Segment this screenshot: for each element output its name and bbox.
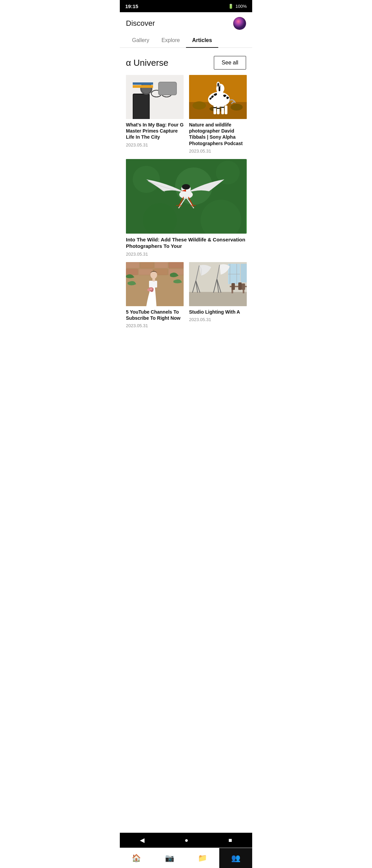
svg-point-15 [192, 101, 206, 110]
tab-explore[interactable]: Explore [155, 33, 186, 47]
svg-rect-27 [225, 105, 227, 114]
page-title: Discover [126, 19, 155, 28]
avatar[interactable] [233, 17, 246, 30]
article-card-bag[interactable]: What's In My Bag: Four G Master Primes C… [126, 75, 184, 154]
svg-rect-79 [242, 283, 245, 290]
battery-icon: 🔋 [228, 4, 234, 9]
section-header: α Universe See all [126, 48, 246, 75]
svg-rect-44 [140, 262, 154, 268]
article-card-zebra[interactable]: Nature and wildlife photographer David T… [189, 75, 247, 154]
svg-rect-26 [221, 105, 224, 114]
article-date-zebra: 2023.05.31 [189, 149, 247, 154]
svg-point-0 [233, 17, 246, 30]
svg-rect-46 [169, 262, 184, 268]
svg-rect-29 [217, 108, 220, 109]
tab-articles[interactable]: Articles [186, 33, 218, 47]
main-content: α Universe See all [120, 48, 252, 369]
battery-text: 100% [236, 4, 247, 9]
svg-rect-30 [221, 107, 224, 108]
svg-point-57 [150, 288, 152, 290]
svg-rect-25 [217, 105, 220, 114]
svg-rect-28 [213, 107, 216, 108]
article-date-studio: 2023.05.31 [189, 317, 247, 322]
svg-rect-65 [189, 292, 247, 306]
article-title-zebra: Nature and wildlife photographer David T… [189, 122, 247, 146]
article-card-bird[interactable]: Into The Wild: Add These Wildlife & Cons… [126, 159, 247, 257]
svg-point-23 [217, 83, 219, 87]
svg-rect-51 [149, 281, 157, 288]
svg-rect-8 [159, 82, 176, 95]
see-all-button[interactable]: See all [214, 56, 246, 70]
svg-rect-43 [126, 262, 140, 268]
tab-bar: Gallery Explore Articles [120, 33, 252, 48]
svg-rect-24 [213, 105, 216, 114]
svg-rect-3 [133, 95, 149, 119]
articles-grid: What's In My Bag: Four G Master Primes C… [126, 75, 246, 328]
article-image-studio [189, 262, 247, 306]
article-date-bag: 2023.05.31 [126, 142, 184, 147]
article-image-bride [126, 262, 184, 306]
article-title-studio: Studio Lighting With A [189, 309, 247, 315]
svg-rect-63 [237, 264, 237, 284]
svg-point-39 [182, 184, 190, 190]
svg-rect-45 [154, 262, 168, 268]
article-image-zebra [189, 75, 247, 119]
tab-gallery[interactable]: Gallery [126, 33, 155, 47]
svg-point-53 [150, 271, 157, 279]
status-bar: 19:15 🔋 100% [120, 0, 252, 12]
article-title-bag: What's In My Bag: Four G Master Primes C… [126, 122, 184, 140]
svg-rect-77 [231, 283, 235, 290]
article-title-bird: Into The Wild: Add These Wildlife & Cons… [126, 236, 247, 250]
section-title: α Universe [126, 58, 168, 68]
status-right: 🔋 100% [228, 4, 247, 9]
svg-rect-12 [133, 82, 153, 85]
svg-rect-11 [133, 85, 153, 88]
app-header: Discover [120, 12, 252, 33]
article-date-bride: 2023.05.31 [126, 323, 184, 328]
article-date-bird: 2023.05.31 [126, 252, 247, 257]
article-image-bird [126, 159, 247, 234]
svg-point-16 [230, 104, 243, 111]
svg-rect-78 [238, 282, 242, 290]
article-image-bag [126, 75, 184, 119]
article-card-bride[interactable]: 5 YouTube Channels To Subscribe To Right… [126, 262, 184, 328]
svg-rect-64 [241, 264, 247, 282]
svg-rect-47 [126, 269, 138, 275]
article-card-studio[interactable]: Studio Lighting With A 2023.05.31 [189, 262, 247, 328]
article-title-bride: 5 YouTube Channels To Subscribe To Right… [126, 309, 184, 321]
svg-rect-62 [228, 274, 240, 274]
status-time: 19:15 [125, 3, 138, 9]
